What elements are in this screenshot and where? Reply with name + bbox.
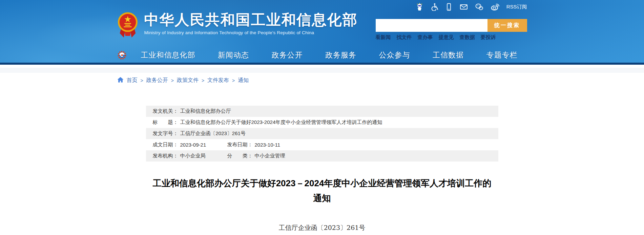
doc-number: 工信厅企业函〔2023〕261号	[146, 223, 498, 232]
accessibility-icon[interactable]	[431, 3, 438, 11]
doc-meta-table: 发文机关：工业和信息化部办公厅标 题：工业和信息化部办公厅关于做好2023-20…	[146, 106, 498, 162]
header-bottom-strip	[0, 63, 644, 65]
meta-value: 2023-10-11	[255, 142, 281, 148]
nav-item-1[interactable]: 工业和信息化部	[141, 50, 195, 60]
site-subtitle: Ministry of Industry and Information Tec…	[144, 30, 358, 35]
rss-subscribe-link[interactable]: RSS订阅	[506, 4, 527, 10]
doc-meta-cell: 发文机关：工业和信息化部办公厅	[153, 108, 492, 114]
doc-meta-cell: 标 题：工业和信息化部办公厅关于做好2023-2024年度中小企业经营管理领军人…	[153, 119, 492, 126]
breadcrumb-separator: >	[202, 78, 204, 83]
quick-link-3[interactable]: 查办事	[418, 34, 433, 41]
meta-value: 工业和信息化部办公厅关于做好2023-2024年度中小企业经营管理领军人才培训工…	[180, 119, 382, 126]
doc-meta-cell: 发布机构：中小企业局	[153, 153, 227, 159]
site-brand: 中华人民共和国工业和信息化部 Ministry of Industry and …	[117, 12, 358, 40]
doc-meta-row: 发文机关：工业和信息化部办公厅	[146, 106, 498, 117]
wechat-icon[interactable]	[475, 3, 483, 11]
quick-link-5[interactable]: 查数据	[460, 34, 475, 41]
doc-meta-row: 发文字号：工信厅企业函〔2023〕261号	[146, 128, 498, 139]
home-icon[interactable]	[117, 77, 124, 84]
breadcrumb-item-2[interactable]: 政务公开	[146, 77, 168, 84]
doc-meta-row: 成文日期：2023-09-21发布日期：2023-10-11	[146, 139, 498, 150]
quick-link-1[interactable]: 看新闻	[376, 34, 391, 41]
header-sub-band	[0, 68, 644, 73]
search-input[interactable]	[376, 19, 487, 32]
nav-item-4[interactable]: 政务服务	[325, 50, 356, 60]
search-area: 统一搜索 看新闻找文件查办事提意见查数据要投诉	[376, 19, 527, 41]
quick-link-2[interactable]: 找文件	[397, 34, 412, 41]
breadcrumb-separator: >	[232, 78, 235, 83]
breadcrumb-items: 首页>政务公开>政策文件>文件发布>通知	[127, 77, 249, 84]
doc-meta-cell: 发文字号：工信厅企业函〔2023〕261号	[153, 130, 492, 137]
nav-item-2[interactable]: 新闻动态	[218, 50, 249, 60]
meta-value: 中小企业局	[180, 153, 206, 159]
meta-value: 2023-09-21	[180, 142, 206, 148]
site-header: RSS订阅 中华人民共和国工业和信息化部 Ministry of In	[0, 0, 644, 65]
site-title-block: 中华人民共和国工业和信息化部 Ministry of Industry and …	[144, 12, 358, 35]
quick-links: 看新闻找文件查办事提意见查数据要投诉	[376, 34, 527, 41]
meta-label: 发布机构：	[153, 153, 178, 159]
doc-meta-cell: 发布日期：2023-10-11	[227, 142, 492, 148]
doc-meta-row: 发布机构：中小企业局分 类：中小企业管理	[146, 150, 498, 162]
doc-meta-cell: 成文日期：2023-09-21	[153, 142, 227, 148]
breadcrumb-separator: >	[171, 78, 174, 83]
meta-value: 工业和信息化部办公厅	[180, 108, 231, 114]
weibo-icon[interactable]	[491, 3, 499, 11]
breadcrumb-item-4[interactable]: 文件发布	[207, 77, 229, 84]
main-nav-list: 工业和信息化部新闻动态政务公开政务服务公众参与工信数据专题专栏	[141, 50, 527, 60]
quick-link-4[interactable]: 提意见	[439, 34, 454, 41]
meta-label: 分 类：	[227, 153, 253, 159]
meta-label: 标 题：	[153, 119, 178, 126]
nav-item-7[interactable]: 专题专栏	[486, 50, 518, 60]
mail-icon[interactable]	[460, 3, 468, 11]
miit-gear-logo-icon	[117, 50, 127, 60]
nav-item-5[interactable]: 公众参与	[379, 50, 410, 60]
national-emblem-logo[interactable]	[117, 12, 138, 40]
main-nav: 工业和信息化部新闻动态政务公开政务服务公众参与工信数据专题专栏	[117, 50, 527, 60]
site-title: 中华人民共和国工业和信息化部	[144, 12, 358, 28]
topbar: RSS订阅	[416, 2, 527, 11]
breadcrumb: 首页>政务公开>政策文件>文件发布>通知	[117, 77, 527, 84]
search-button[interactable]: 统一搜索	[487, 19, 527, 32]
article-title: 工业和信息化部办公厅关于做好2023－2024年度中小企业经营管理领军人才培训工…	[146, 176, 498, 206]
meta-label: 发文字号：	[153, 130, 178, 137]
nav-item-3[interactable]: 政务公开	[272, 50, 303, 60]
meta-label: 发文机关：	[153, 108, 178, 114]
page-content: 发文机关：工业和信息化部办公厅标 题：工业和信息化部办公厅关于做好2023-20…	[146, 106, 498, 232]
mobile-icon[interactable]	[445, 3, 453, 11]
doc-meta-row: 标 题：工业和信息化部办公厅关于做好2023-2024年度中小企业经营管理领军人…	[146, 117, 498, 128]
meta-value: 中小企业管理	[255, 153, 285, 159]
breadcrumb-item-5[interactable]: 通知	[238, 77, 249, 84]
breadcrumb-separator: >	[141, 78, 143, 83]
doc-meta-cell: 分 类：中小企业管理	[227, 153, 492, 159]
breadcrumb-item-3[interactable]: 政策文件	[177, 77, 199, 84]
nav-item-6[interactable]: 工信数据	[433, 50, 464, 60]
mascot-icon[interactable]	[416, 3, 423, 11]
meta-value: 工信厅企业函〔2023〕261号	[180, 130, 246, 137]
breadcrumb-item-1[interactable]: 首页	[127, 77, 138, 84]
meta-label: 成文日期：	[153, 142, 178, 148]
meta-label: 发布日期：	[227, 142, 253, 148]
quick-link-6[interactable]: 要投诉	[481, 34, 496, 41]
